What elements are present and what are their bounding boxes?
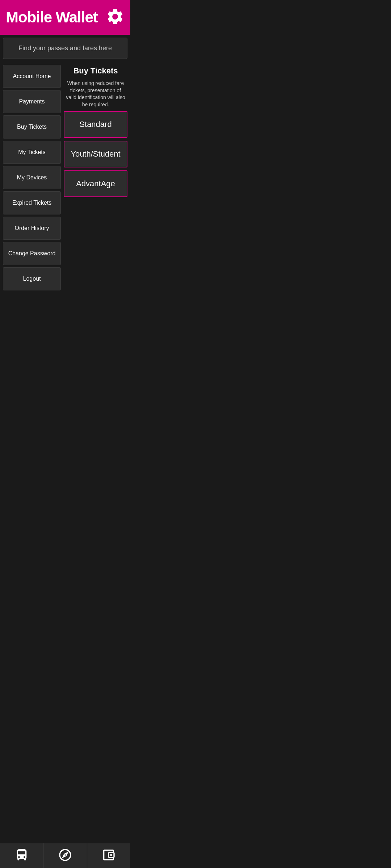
sidebar-item-expired-tickets[interactable]: Expired Tickets bbox=[3, 191, 61, 214]
sidebar-item-my-devices[interactable]: My Devices bbox=[3, 166, 61, 189]
bottom-nav-wallet[interactable] bbox=[87, 843, 130, 868]
panel-title: Buy Tickets bbox=[64, 65, 127, 77]
bottom-nav-bus[interactable] bbox=[0, 843, 43, 868]
sidebar-item-order-history[interactable]: Order History bbox=[3, 217, 61, 240]
app-title: Mobile Wallet bbox=[6, 9, 98, 26]
gear-icon[interactable] bbox=[106, 7, 125, 27]
bottom-nav bbox=[0, 843, 130, 868]
sidebar-item-my-tickets[interactable]: My Tickets bbox=[3, 141, 61, 164]
sidebar-item-buy-tickets[interactable]: Buy Tickets bbox=[3, 115, 61, 139]
sidebar-item-change-password[interactable]: Change Password bbox=[3, 242, 61, 265]
sidebar-item-logout[interactable]: Logout bbox=[3, 267, 61, 290]
sidebar: Account Home Payments Buy Tickets My Tic… bbox=[3, 65, 61, 290]
app-header: Mobile Wallet bbox=[0, 0, 130, 35]
main-content: Account Home Payments Buy Tickets My Tic… bbox=[0, 62, 130, 293]
sidebar-item-account-home[interactable]: Account Home bbox=[3, 65, 61, 88]
wallet-icon bbox=[101, 848, 116, 864]
bus-icon bbox=[14, 848, 29, 864]
explore-icon bbox=[58, 848, 72, 864]
search-bar[interactable]: Find your passes and fares here bbox=[3, 38, 127, 59]
panel-description: When using reduced fare tickets, present… bbox=[64, 80, 127, 108]
bottom-nav-explore[interactable] bbox=[43, 843, 87, 868]
ticket-option-standard[interactable]: Standard bbox=[64, 111, 127, 138]
svg-point-0 bbox=[110, 854, 112, 856]
right-panel: Buy Tickets When using reduced fare tick… bbox=[64, 65, 127, 290]
sidebar-item-payments[interactable]: Payments bbox=[3, 90, 61, 113]
ticket-option-advantage[interactable]: AdvantAge bbox=[64, 170, 127, 197]
ticket-option-youth-student[interactable]: Youth/Student bbox=[64, 141, 127, 167]
